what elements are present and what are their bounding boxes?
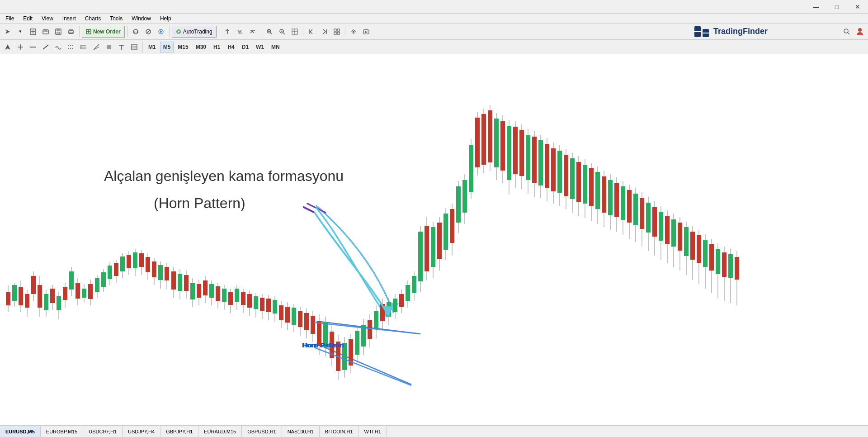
draw-text[interactable] xyxy=(116,42,127,52)
tab-eurgbp-m15[interactable]: EURGBP,M15 xyxy=(41,426,84,437)
tf-w1[interactable]: W1 xyxy=(253,42,267,52)
toolbar-next-chart[interactable] xyxy=(318,26,330,38)
toolbar-indicators[interactable] xyxy=(142,26,154,38)
toolbar-chart-autoscroll[interactable] xyxy=(234,26,246,38)
svg-rect-222 xyxy=(481,114,486,165)
svg-rect-9 xyxy=(70,32,72,33)
draw-gann[interactable] xyxy=(90,42,102,52)
menu-edit[interactable]: Edit xyxy=(19,14,36,23)
new-order-button[interactable]: New Order xyxy=(82,26,125,38)
svg-rect-132 xyxy=(197,284,201,298)
svg-rect-142 xyxy=(228,292,233,305)
tf-d1[interactable]: D1 xyxy=(239,42,252,52)
toolbar-screenshot[interactable] xyxy=(360,26,372,38)
tf-m1[interactable]: M1 xyxy=(145,42,159,52)
svg-rect-124 xyxy=(171,271,176,290)
tab-usdjpy-h4[interactable]: USDJPY,H4 xyxy=(123,426,160,437)
svg-rect-84 xyxy=(44,294,48,310)
svg-rect-300 xyxy=(728,254,733,278)
tf-m15[interactable]: M15 xyxy=(175,42,191,52)
draw-more[interactable] xyxy=(128,42,140,52)
menu-insert[interactable]: Insert xyxy=(59,14,80,23)
tab-gbpusd-h1[interactable]: GBPUSD,H1 xyxy=(242,426,282,437)
svg-rect-278 xyxy=(659,212,663,241)
draw-arrow[interactable] xyxy=(2,42,14,52)
user-icon[interactable] xyxy=(854,26,866,38)
tab-usdchf-h1[interactable]: USDCHF,H1 xyxy=(83,426,123,437)
tf-h4[interactable]: H4 xyxy=(224,42,237,52)
svg-rect-260 xyxy=(602,176,606,213)
svg-rect-214 xyxy=(456,186,461,223)
tab-gbpjpy-h1[interactable]: GBPJPY,H1 xyxy=(160,426,198,437)
draw-trendline[interactable] xyxy=(40,42,52,52)
maximize-button[interactable]: □ xyxy=(826,0,847,14)
toolbar-arrow-btn[interactable] xyxy=(2,26,14,38)
toolbar-experts[interactable]: EA xyxy=(130,26,142,38)
tf-mn[interactable]: MN xyxy=(268,42,283,52)
tab-bitcoin-h1[interactable]: BITCOIN,H1 xyxy=(320,426,359,437)
tf-m30[interactable]: M30 xyxy=(193,42,209,52)
tab-nas100-h1[interactable]: NAS100,H1 xyxy=(282,426,320,437)
tab-euraud-m15[interactable]: EURAUD,M15 xyxy=(198,426,242,437)
toolbar-sep-2 xyxy=(127,26,127,37)
svg-rect-63 xyxy=(107,45,111,49)
draw-fib[interactable] xyxy=(78,42,90,52)
toolbar-chart-fixed[interactable] xyxy=(247,26,259,38)
svg-marker-0 xyxy=(5,29,10,34)
draw-channel[interactable] xyxy=(65,42,77,52)
menu-help[interactable]: Help xyxy=(156,14,175,23)
svg-rect-106 xyxy=(114,263,118,276)
svg-rect-78 xyxy=(25,294,29,308)
draw-shape[interactable] xyxy=(103,42,115,52)
menu-window[interactable]: Window xyxy=(128,14,155,23)
svg-text:EA: EA xyxy=(134,30,139,33)
autotrading-button[interactable]: AutoTrading xyxy=(172,26,217,38)
toolbar-print[interactable] xyxy=(65,26,77,38)
toolbar-zoom-out[interactable] xyxy=(276,26,288,38)
svg-rect-122 xyxy=(165,267,169,280)
svg-rect-282 xyxy=(671,219,676,247)
tf-h1[interactable]: H1 xyxy=(210,42,223,52)
minimize-button[interactable]: — xyxy=(806,0,826,14)
toolbar-save[interactable] xyxy=(52,26,64,38)
svg-rect-234 xyxy=(519,130,524,176)
svg-rect-246 xyxy=(557,151,562,193)
menu-tools[interactable]: Tools xyxy=(106,14,126,23)
toolbar-new-chart[interactable] xyxy=(27,26,39,38)
toolbar-tile-windows[interactable] xyxy=(331,26,343,38)
title-bar xyxy=(0,0,868,14)
annotation-line2: (Horn Pattern) xyxy=(154,195,245,211)
chart-area[interactable]: ▼ Alçalan genişleyen kama formasyonu (Ho… xyxy=(0,54,868,425)
toolbar-scripts[interactable] xyxy=(155,26,167,38)
window-controls[interactable]: — □ ✕ xyxy=(806,0,868,14)
svg-rect-118 xyxy=(152,261,156,277)
draw-crosshair[interactable] xyxy=(14,42,26,52)
search-icon[interactable] xyxy=(841,26,853,38)
toolbar-prev-chart[interactable] xyxy=(306,26,317,38)
menu-charts[interactable]: Charts xyxy=(81,14,104,23)
draw-wave[interactable] xyxy=(52,42,64,52)
close-button[interactable]: ✕ xyxy=(847,0,868,14)
svg-rect-250 xyxy=(570,158,575,199)
svg-point-40 xyxy=(353,31,354,33)
toolbar-sep-6 xyxy=(303,26,303,37)
svg-rect-266 xyxy=(621,186,625,220)
tab-wti-h1[interactable]: WTI,H1 xyxy=(359,426,387,437)
menu-view[interactable]: View xyxy=(38,14,57,23)
toolbar-arrow-dropdown[interactable]: ▾ xyxy=(14,26,26,38)
toolbar-open[interactable] xyxy=(40,26,52,38)
toolbar-options[interactable] xyxy=(348,26,359,38)
svg-rect-116 xyxy=(146,257,150,272)
toolbar-chart-grid[interactable] xyxy=(289,26,301,38)
svg-rect-162 xyxy=(292,308,296,325)
svg-rect-160 xyxy=(285,307,290,323)
tf-m5[interactable]: M5 xyxy=(160,42,174,52)
draw-hline[interactable] xyxy=(27,42,39,52)
menu-file[interactable]: File xyxy=(2,14,18,23)
svg-rect-128 xyxy=(184,275,189,291)
svg-rect-114 xyxy=(139,253,144,267)
toolbar-chart-shift[interactable] xyxy=(222,26,233,38)
svg-rect-154 xyxy=(266,299,271,312)
toolbar-zoom-in[interactable] xyxy=(264,26,275,38)
tab-eurusd-m5[interactable]: EURUSD,M5 xyxy=(0,426,41,437)
